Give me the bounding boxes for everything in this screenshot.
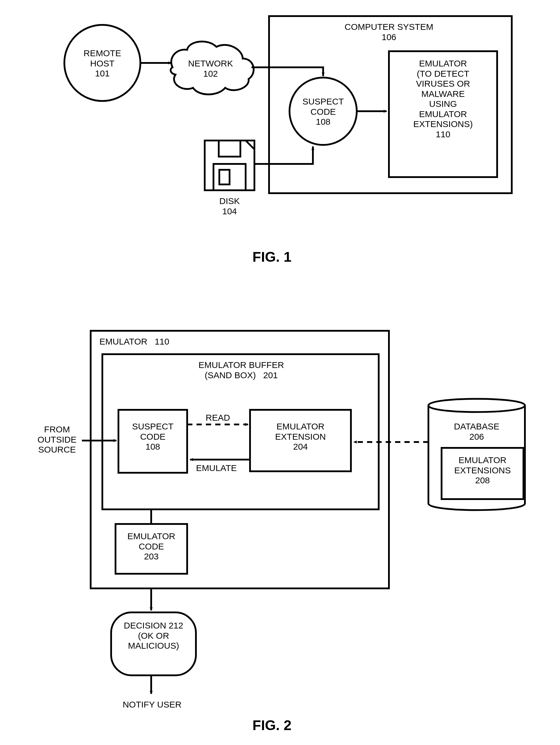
emu-f1-l5: USING: [429, 99, 457, 108]
network-num: 102: [203, 69, 218, 78]
ee-l2: EXTENSION: [275, 432, 326, 442]
fo-l2: OUTSIDE: [37, 435, 76, 444]
sandbox-l2: (SAND BOX): [205, 370, 256, 380]
ees-l1: EMULATOR: [458, 455, 506, 465]
disk-num: 104: [222, 206, 237, 216]
ec-l1: EMULATOR: [128, 531, 175, 541]
sc-f2-num: 108: [145, 442, 160, 451]
ees-num: 208: [475, 476, 490, 485]
sc-f2-l2: CODE: [140, 432, 166, 442]
dec-l3: MALICIOUS): [128, 641, 179, 650]
ec-l2: CODE: [139, 542, 164, 551]
emu-f1-l3: VIRUSES OR: [416, 79, 470, 88]
computer-system-num: 106: [382, 32, 396, 42]
notify-label: NOTIFY USER: [111, 700, 193, 710]
emu-f1-l2: (TO DETECT: [417, 69, 469, 78]
ees-l2: EXTENSIONS: [454, 465, 511, 475]
suspect-code-line2-f1: CODE: [311, 107, 336, 117]
remote-host-line2: HOST: [90, 59, 114, 68]
from-outside-label: FROM OUTSIDE SOURCE: [32, 424, 82, 455]
db-l1: DATABASE: [454, 422, 499, 431]
fig2-caption: FIG. 2: [228, 717, 316, 733]
emu-f1-l1: EMULATOR: [419, 59, 467, 68]
remote-host-line1: REMOTE: [84, 48, 121, 58]
network-line1: NETWORK: [188, 59, 233, 68]
dec-num: 212: [169, 621, 183, 630]
svg-rect-8: [219, 140, 240, 157]
emulate-label: EMULATE: [187, 463, 246, 473]
emu-f1-num: 110: [436, 129, 450, 139]
emu-ext-label: EMULATOR EXTENSION 204: [253, 422, 348, 452]
emulator-label-f2: EMULATOR 110: [99, 337, 187, 347]
database-label: DATABASE 206: [436, 422, 518, 442]
remote-host-label: REMOTE HOST 101: [76, 48, 129, 79]
emu-f2-num: 110: [155, 337, 169, 346]
emu-f2-l1: EMULATOR: [99, 337, 147, 346]
emu-f1-l4: MALWARE: [421, 89, 465, 99]
decision-label: DECISION 212 (OK OR MALICIOUS): [114, 621, 193, 651]
read-label: READ: [196, 413, 240, 423]
dec-l1: DECISION: [124, 621, 166, 630]
remote-host-num: 101: [95, 68, 110, 78]
fig1-caption: FIG. 1: [228, 249, 316, 265]
fo-l1: FROM: [44, 424, 70, 434]
dec-l2: (OK OR: [138, 631, 169, 641]
suspect-code-line1-f1: SUSPECT: [302, 97, 344, 106]
disk-label: DISK 104: [205, 196, 254, 216]
ee-num: 204: [293, 442, 308, 451]
suspect-code-label-f1: SUSPECT CODE 108: [297, 97, 349, 127]
suspect-code-num-f1: 108: [316, 117, 330, 126]
emu-exts-label: EMULATOR EXTENSIONS 208: [442, 455, 523, 486]
sandbox-l1: EMULATOR BUFFER: [199, 360, 284, 370]
ec-num: 203: [144, 551, 159, 561]
db-num: 206: [469, 432, 484, 442]
computer-system-line1: COMPUTER SYSTEM: [345, 22, 433, 32]
computer-system-label: COMPUTER SYSTEM 106: [316, 22, 462, 42]
disk-line1: DISK: [219, 196, 240, 206]
svg-rect-10: [219, 170, 230, 185]
network-label: NETWORK 102: [181, 59, 240, 79]
sandbox-label: EMULATOR BUFFER (SAND BOX) 201: [153, 360, 329, 380]
emu-code-label: EMULATOR CODE 203: [118, 531, 184, 562]
emulator-label-f1: EMULATOR (TO DETECT VIRUSES OR MALWARE U…: [393, 59, 493, 139]
sandbox-num: 201: [263, 370, 278, 380]
fo-l3: SOURCE: [38, 445, 76, 454]
suspect-code-label-f2: SUSPECT CODE 108: [121, 422, 184, 452]
emu-f1-l6: EMULATOR: [419, 109, 467, 119]
emu-f1-l7: EXTENSIONS): [413, 119, 473, 129]
ee-l1: EMULATOR: [277, 422, 325, 431]
sc-f2-l1: SUSPECT: [132, 422, 174, 431]
